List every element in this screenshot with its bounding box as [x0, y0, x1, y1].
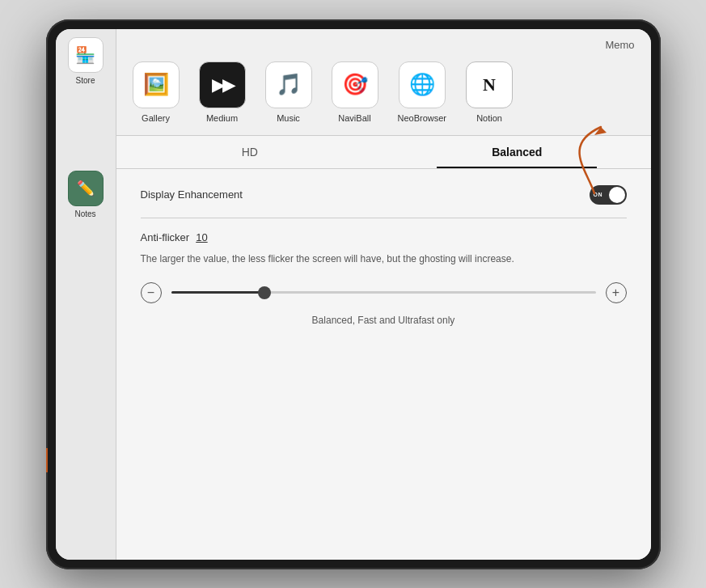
slider-increase-button[interactable]: + — [606, 282, 627, 303]
tabs-bar: HD Balanced — [116, 136, 651, 169]
music-icon: 🎵 — [265, 61, 312, 108]
anti-flicker-label: Anti-flicker — [141, 231, 190, 243]
notion-icon: N — [466, 61, 513, 108]
notes-icon: ✏️ — [68, 171, 104, 206]
apps-section-title: Memo — [605, 39, 634, 51]
medium-icon: ▶▶ — [199, 61, 246, 108]
tab-hd[interactable]: HD — [116, 136, 384, 168]
app-item-music[interactable]: 🎵 Music — [265, 61, 312, 123]
sidebar-item-notes[interactable]: ✏️ Notes — [68, 171, 104, 218]
sidebar-item-notes-label: Notes — [74, 209, 95, 218]
neobrowser-icon: 🌐 — [399, 61, 446, 108]
display-enhancement-section: Display Enhancement ON — [141, 185, 627, 205]
app-label-medium: Medium — [206, 113, 238, 123]
app-item-neobrowser[interactable]: 🌐 NeoBrowser — [398, 61, 447, 123]
app-label-naviball: NaviBall — [338, 113, 370, 123]
apps-area: Memo 🖼️ Gallery ▶▶ Medium — [116, 29, 651, 135]
slider-note: Balanced, Fast and Ultrafast only — [141, 315, 627, 326]
sidebar-item-store-label: Store — [76, 76, 95, 85]
display-enhancement-label: Display Enhancement — [141, 188, 243, 201]
settings-panel: HD Balanced Display Enhancement — [116, 135, 651, 560]
toggle-knob — [609, 187, 625, 203]
slider-thumb[interactable] — [258, 286, 271, 299]
naviball-icon: 🎯 — [332, 61, 378, 108]
device-screen: 🏪 Store ✏️ Notes Memo — [56, 29, 651, 560]
app-label-music: Music — [277, 113, 300, 123]
app-item-naviball[interactable]: 🎯 NaviBall — [332, 61, 378, 123]
app-grid: 🖼️ Gallery ▶▶ Medium 🎵 Music — [133, 61, 635, 123]
sidebar-item-store[interactable]: 🏪 Store — [68, 37, 104, 85]
app-label-notion: Notion — [476, 113, 502, 123]
divider-1 — [141, 218, 627, 218]
slider-fill — [171, 291, 265, 294]
toggle-on-label: ON — [594, 192, 603, 197]
tab-balanced[interactable]: Balanced — [383, 136, 651, 168]
display-enhancement-row: Display Enhancement ON — [141, 185, 627, 205]
slider-row: − + — [141, 282, 627, 303]
anti-flicker-value[interactable]: 10 — [196, 231, 207, 243]
hint-text: The larger the value, the less flicker t… — [141, 252, 627, 266]
slider-decrease-button[interactable]: − — [141, 282, 162, 303]
device-frame: 🏪 Store ✏️ Notes Memo — [46, 19, 661, 569]
main-content: Memo 🖼️ Gallery ▶▶ Medium — [116, 29, 651, 560]
side-button — [46, 448, 48, 472]
display-enhancement-toggle[interactable]: ON — [590, 185, 627, 205]
app-item-gallery[interactable]: 🖼️ Gallery — [133, 61, 180, 123]
settings-content: Display Enhancement ON — [116, 169, 651, 560]
app-label-neobrowser: NeoBrowser — [398, 113, 447, 123]
anti-flicker-row: Anti-flicker 10 — [141, 231, 627, 243]
app-item-medium[interactable]: ▶▶ Medium — [199, 61, 246, 123]
app-item-notion[interactable]: N Notion — [466, 61, 513, 123]
sidebar: 🏪 Store ✏️ Notes — [56, 29, 116, 560]
app-label-gallery: Gallery — [142, 113, 170, 123]
gallery-icon: 🖼️ — [133, 61, 180, 108]
store-icon: 🏪 — [68, 37, 104, 73]
slider-track[interactable] — [171, 291, 596, 294]
